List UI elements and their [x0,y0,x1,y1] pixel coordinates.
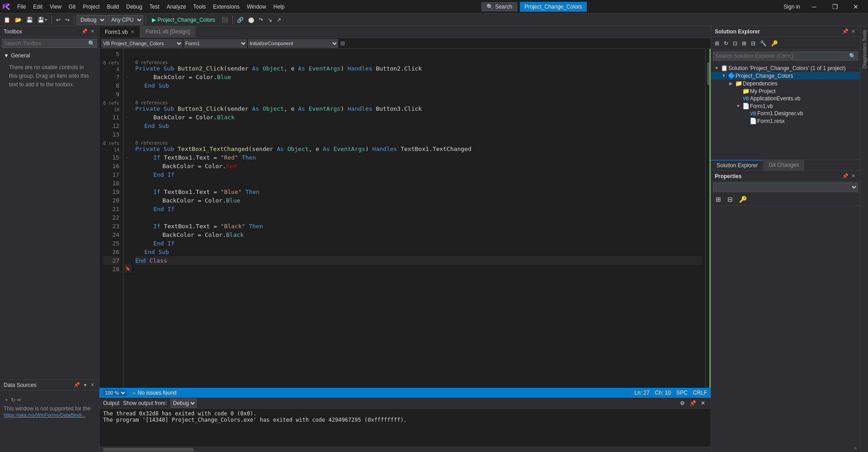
code-content[interactable]: 0 references Private Sub Button2_Click(s… [132,49,705,388]
menu-window[interactable]: Window [243,2,270,12]
breakpoints-btn[interactable]: ⬤ [246,16,256,24]
data-sources-add-btn[interactable]: ＋ [4,396,9,404]
collapse-10[interactable]: − [126,115,129,120]
properties-object-dropdown[interactable] [713,183,858,192]
step-over-btn[interactable]: ↷ [257,16,265,24]
menu-help[interactable]: Help [270,2,288,12]
toolbox-general-header[interactable]: ▼ General [4,52,95,60]
form-dropdown[interactable]: Form1 [184,39,247,48]
stop-btn[interactable]: ⬛ [220,16,230,24]
se-collapse-btn[interactable]: ⊟ [749,39,757,47]
toolbox-pin-btn[interactable]: 📌 [80,28,89,34]
tab-form1-vb-close[interactable]: ✕ [131,29,134,34]
new-project-btn[interactable]: 📋 [2,16,12,24]
data-sources-refresh-btn[interactable]: ↻ [11,396,15,404]
debug-config-dropdown[interactable]: Debug [76,15,106,25]
step-out-btn[interactable]: ↗ [275,16,283,24]
se-sync-btn[interactable]: ↻ [722,39,730,47]
data-sources-edit-btn[interactable]: ✏ [17,396,22,404]
open-btn[interactable]: 📂 [13,16,24,24]
tree-form1-resx[interactable]: 📄 Form1.resx [711,117,860,125]
menu-analyze[interactable]: Analyze [163,2,190,12]
se-close-btn[interactable]: ✕ [850,28,856,34]
se-pending-changes-btn[interactable]: ⊞ [713,39,721,47]
collapse-6[interactable]: − [126,75,129,80]
code-line-17: End If [135,170,702,179]
tree-form1-designer[interactable]: VB Form1.Designer.vb [711,110,860,117]
props-events-btn[interactable]: 🔑 [736,195,750,204]
tab-form1-design[interactable]: Form1.vb [Design] [140,26,196,38]
tree-expand-form1-designer [742,111,749,116]
diagnostics-label[interactable]: Diagnostics Tools [862,30,867,68]
menu-debug[interactable]: Debug [123,2,146,12]
menu-test[interactable]: Test [146,2,163,12]
step-into-btn[interactable]: ↘ [266,16,274,24]
tree-project[interactable]: ▼ 🔷 Project_Change_Colors [711,72,860,80]
code-editor[interactable]: 5 0 refs 6 7 8 9 0 refs 10 11 12 13 [99,49,711,388]
menu-edit[interactable]: Edit [29,2,46,12]
props-categorized-btn[interactable]: ⊞ [713,195,724,204]
platform-dropdown[interactable]: Any CPU [107,15,143,25]
editor-expand-btn[interactable]: ⊞ [339,40,346,47]
menu-build[interactable]: Build [104,2,123,12]
close-button[interactable]: ✕ [845,0,866,14]
menu-project[interactable]: Project [79,2,103,12]
tree-app-events[interactable]: VB ApplicationEvents.vb [711,95,860,102]
save-btn[interactable]: 💾 [24,16,35,24]
data-sources-pin-btn[interactable]: 📌 [73,382,81,388]
se-tab-solution-explorer[interactable]: Solution Explorer [711,160,763,170]
run-button[interactable]: ▶ Project_Change_Colors [148,16,219,24]
attach-btn[interactable]: 🔗 [235,16,245,24]
zoom-dropdown[interactable]: 100 % [103,390,127,396]
toolbar-separator-2 [74,15,74,24]
output-source-dropdown[interactable]: Debug [170,399,197,408]
data-sources-close-btn[interactable]: ✕ [90,382,95,388]
ln-20: 20 [103,196,119,205]
menu-file[interactable]: File [14,2,29,12]
properties-pin-btn[interactable]: 📌 [841,173,849,179]
properties-content: ▲ [711,206,860,452]
toolbox-close-btn[interactable]: ✕ [90,28,95,34]
se-search-input[interactable] [713,52,847,60]
se-filter-btn[interactable]: ⊞ [740,39,748,47]
tab-form1-vb[interactable]: Form1.vb ✕ [99,26,140,38]
method-dropdown[interactable]: InitializeComponent [248,39,338,48]
output-scroll-thumb[interactable] [103,448,193,452]
output-scrollbar[interactable] [99,447,711,452]
undo-btn[interactable]: ↩ [54,16,62,24]
toolbox-search-input[interactable] [2,39,86,47]
properties-close-btn[interactable]: ✕ [850,173,856,179]
se-properties-btn[interactable]: 🔧 [758,39,769,47]
menu-extensions[interactable]: Extensions [209,2,243,12]
output-pin-btn[interactable]: 📌 [688,399,698,407]
output-close-btn[interactable]: ✕ [699,399,707,407]
restore-button[interactable]: ❐ [825,0,845,14]
tree-solution[interactable]: ▼ 📋 Solution 'Project_Change_Colors' (1 … [711,64,860,72]
toolbar-separator-4 [232,15,233,24]
data-sources-menu-btn[interactable]: ▼ [82,382,89,388]
se-preview-btn[interactable]: 🔑 [769,39,780,47]
se-tab-git-changes[interactable]: Git Changes [763,160,804,170]
collapse-14[interactable]: − [126,155,129,160]
props-alphabetical-btn[interactable]: ⊟ [725,195,736,204]
menu-view[interactable]: View [46,2,65,12]
tree-form1-vb[interactable]: ▼ 📄 Form1.vb [711,102,860,110]
menu-git[interactable]: Git [65,2,79,12]
status-right: Ln: 27 Ch: 10 SPC CRLF [634,390,707,396]
se-pin-btn[interactable]: 📌 [841,28,849,34]
redo-btn[interactable]: ↪ [63,16,71,24]
tree-dependencies[interactable]: ▶ 📁 Dependencies [711,80,860,87]
collapse-markers: − − − [123,49,132,388]
tree-icon-project: 🔷 [727,72,736,79]
se-git-btn[interactable]: ⊡ [731,39,739,47]
save-all-btn[interactable]: 💾+ [36,16,49,24]
tree-label-my-project: My Project [750,88,858,94]
sign-in-link[interactable]: Sign in [780,4,804,10]
output-settings-btn[interactable]: ⚙ [678,399,687,407]
minimize-button[interactable]: ─ [804,0,825,14]
data-sources-link[interactable]: https://aka.ms/WinForms/DataBindi... [4,412,86,418]
tree-my-project[interactable]: 📁 My Project [711,87,860,95]
menu-tools[interactable]: Tools [189,2,209,12]
search-button[interactable]: 🔍 Search [481,2,517,11]
class-dropdown[interactable]: VB Project_Change_Colors [101,39,183,48]
